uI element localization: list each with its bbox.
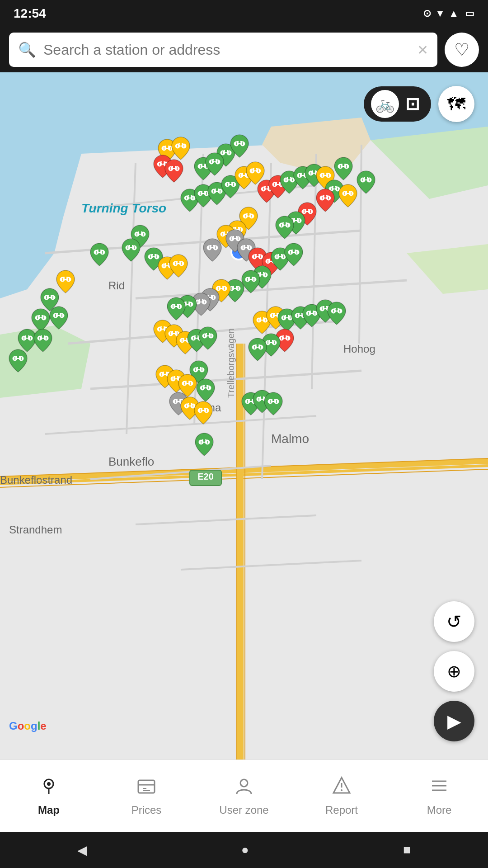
map-pin[interactable] (192, 401, 214, 425)
map-pin[interactable] (197, 326, 219, 350)
map-pin[interactable] (263, 392, 284, 416)
locate-button[interactable]: ⊕ (434, 651, 474, 692)
user-zone-nav-label: User zone (219, 804, 268, 816)
layers-icon: 🗺 (447, 94, 465, 114)
svg-text:E20: E20 (197, 472, 214, 481)
back-button[interactable]: ◀ (77, 843, 87, 858)
map-nav-icon (39, 776, 59, 800)
location-icon: ⊙ (423, 8, 431, 19)
map-toggle-group: 🚲 ⊡ 🗺 (364, 86, 474, 122)
map-pin[interactable] (89, 242, 110, 267)
svg-text:Strandhem: Strandhem (9, 524, 62, 536)
prices-nav-icon (136, 776, 156, 800)
svg-text:Bunkeflostrand: Bunkeflostrand (0, 474, 72, 486)
map-pin[interactable] (326, 301, 347, 326)
map-pin[interactable] (247, 337, 268, 362)
map-pin[interactable] (204, 152, 225, 176)
nav-more[interactable]: More (390, 760, 488, 832)
svg-point-815 (47, 782, 51, 786)
map-pin[interactable] (274, 215, 296, 240)
recents-button[interactable]: ■ (403, 843, 411, 857)
search-input[interactable] (43, 42, 410, 58)
svg-text:Bunkeflo: Bunkeflo (108, 455, 154, 468)
report-nav-icon (332, 776, 352, 800)
map-pin[interactable] (202, 238, 223, 262)
nav-map[interactable]: Map (0, 760, 98, 832)
bottom-nav: Map Prices User zone (0, 760, 488, 832)
signal-icon: ▲ (449, 8, 459, 19)
map-pin[interactable] (337, 184, 359, 208)
prices-nav-label: Prices (131, 804, 162, 816)
battery-icon: ▭ (465, 8, 474, 19)
nav-user-zone[interactable]: User zone (195, 760, 293, 832)
map-pin[interactable] (7, 349, 29, 373)
status-icons: ⊙ ▾ ▲ ▭ (423, 8, 474, 19)
wifi-icon: ▾ (437, 8, 442, 19)
transport-toggle[interactable]: 🚲 ⊡ (364, 86, 431, 122)
map-pin[interactable] (193, 432, 215, 457)
time-display: 12:54 (14, 6, 46, 21)
nav-report[interactable]: Report (293, 760, 390, 832)
user-zone-nav-icon (234, 776, 254, 800)
google-logo: Google (9, 720, 47, 732)
svg-point-824 (341, 789, 343, 791)
map-pin[interactable] (168, 254, 189, 278)
status-bar: 12:54 ⊙ ▾ ▲ ▭ (0, 0, 488, 27)
map-pin[interactable] (165, 297, 187, 321)
bike-toggle[interactable]: 🚲 (371, 90, 399, 118)
more-nav-label: More (427, 804, 452, 816)
map-pin[interactable] (120, 238, 142, 262)
clear-icon[interactable]: ✕ (417, 42, 428, 58)
refresh-button[interactable]: ↺ (434, 601, 474, 642)
layers-button[interactable]: 🗺 (438, 86, 474, 122)
play-button[interactable]: ▶ (434, 701, 474, 741)
search-wrapper: 🔍 ✕ (9, 33, 437, 67)
search-bar-container: 🔍 ✕ ♡ (0, 27, 488, 72)
map-pin[interactable] (229, 134, 250, 158)
svg-text:Turning Torso: Turning Torso (81, 201, 166, 215)
map-pin[interactable] (283, 242, 305, 267)
map-pin[interactable] (163, 159, 185, 183)
svg-point-821 (240, 779, 248, 787)
dock-toggle[interactable]: ⊡ (401, 94, 424, 114)
heart-icon: ♡ (454, 40, 469, 60)
play-icon: ▶ (447, 711, 461, 731)
android-nav: ◀ ● ■ (0, 832, 488, 868)
map-pin[interactable] (32, 328, 54, 353)
report-nav-label: Report (325, 804, 358, 816)
fab-group: ↺ ⊕ ▶ (434, 601, 474, 741)
map-nav-label: Map (38, 804, 60, 816)
map-pin[interactable] (48, 306, 70, 330)
svg-text:Malmo: Malmo (271, 432, 309, 446)
home-button[interactable]: ● (241, 843, 249, 857)
svg-text:Hohog: Hohog (343, 343, 375, 355)
svg-text:Rid: Rid (108, 279, 125, 292)
locate-icon: ⊕ (447, 661, 461, 681)
nav-prices[interactable]: Prices (98, 760, 195, 832)
search-icon: 🔍 (18, 41, 36, 58)
more-nav-icon (429, 776, 449, 800)
svg-text:Trelleborgsvägen: Trelleborgsvägen (226, 328, 236, 398)
bike-icon: 🚲 (375, 95, 394, 113)
refresh-icon: ↺ (446, 611, 462, 632)
map-area[interactable]: E20 Turning Torso Rid Holma Bunkeflo Bun… (0, 72, 488, 760)
favorites-button[interactable]: ♡ (445, 33, 479, 67)
map-pin[interactable] (55, 269, 76, 294)
